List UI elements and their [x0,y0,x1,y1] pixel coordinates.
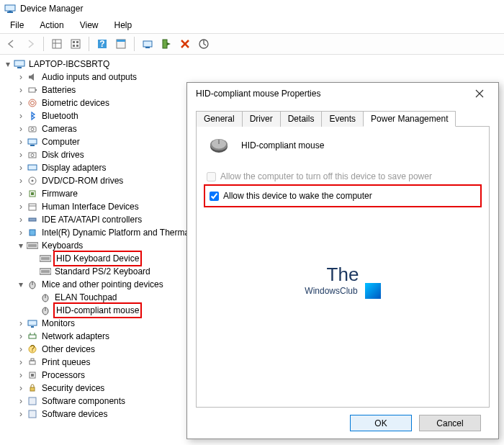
checkbox-label: Allow this device to wake the computer [223,191,372,201]
dialog-title: HID-compliant mouse Properties [196,89,320,99]
expand-icon[interactable]: › [16,317,26,330]
tree-label-highlighted[interactable]: HID Keyboard Device [53,251,142,266]
tree-label[interactable]: Software components [40,395,127,408]
keyboard-icon [26,240,39,251]
tree-label[interactable]: Standard PS/2 Keyboard [53,265,152,278]
toolbar-back-icon[interactable] [3,35,20,53]
toolbar-help-icon[interactable]: ? [94,35,111,53]
tree-label[interactable]: Print queues [40,356,91,369]
tree-label[interactable]: IDE ATA/ATAPI controllers [40,213,143,226]
toolbar-view-icon[interactable] [67,35,84,53]
dialog-title-bar[interactable]: HID-compliant mouse Properties [187,83,498,104]
collapse-icon[interactable]: ▾ [16,239,26,252]
tree-label[interactable]: Firmware [40,187,79,200]
tree-label[interactable]: Processors [40,369,86,382]
toolbar-forward-icon[interactable] [22,35,39,53]
expand-icon[interactable]: › [16,96,26,109]
expand-icon[interactable]: › [16,174,26,187]
tree-label[interactable]: Computer [40,135,81,148]
bluetooth-icon [26,110,39,122]
device-mouse-icon [207,137,231,154]
menu-action[interactable]: Action [32,19,71,32]
checkbox-input[interactable] [210,192,219,201]
tree-label[interactable]: Software devices [40,408,109,421]
svg-rect-56 [31,326,34,328]
tree-label[interactable]: Other devices [40,343,96,356]
tree-root[interactable]: ▾ LAPTOP-IBCSBRTQ [3,58,504,71]
checkbox-label: Allow the computer to turn off this devi… [220,171,432,181]
svg-rect-14 [117,40,125,42]
expand-icon[interactable]: › [16,187,26,200]
expand-icon[interactable]: › [16,330,26,343]
expand-icon[interactable]: › [16,369,26,382]
expand-icon[interactable]: ▾ [3,58,13,71]
expand-icon[interactable]: › [16,408,26,421]
ok-button[interactable]: OK [350,415,412,431]
dialog-buttons: OK Cancel [196,408,490,439]
software-icon [26,395,39,407]
collapse-icon[interactable]: ▾ [16,278,26,291]
device-manager-icon [4,3,16,14]
expand-icon[interactable]: › [16,71,26,84]
close-button[interactable] [467,85,492,102]
tab-events[interactable]: Events [321,111,364,127]
expand-icon[interactable]: › [16,343,26,356]
menu-help[interactable]: Help [107,19,140,32]
svg-rect-15 [143,41,152,47]
expand-icon[interactable]: › [16,122,26,135]
svg-rect-20 [17,67,22,68]
svg-rect-28 [30,145,35,146]
expand-icon[interactable]: › [16,135,26,148]
expand-icon[interactable]: › [16,213,26,226]
toolbar-uninstall-icon[interactable] [176,35,194,53]
tree-label[interactable]: DVD/CD-ROM drives [40,174,125,187]
tree-label[interactable]: Bluetooth [40,109,80,122]
toolbar-update-driver-icon[interactable] [139,35,156,53]
expand-icon[interactable]: › [16,161,26,174]
tree-label[interactable]: Human Interface Devices [40,200,140,213]
svg-rect-68 [29,410,36,418]
tree-label[interactable]: Network adapters [40,330,111,343]
tree-label[interactable]: Cameras [40,122,78,135]
tree-label[interactable]: Display adapters [40,161,107,174]
expand-icon[interactable]: › [16,84,26,96]
close-icon [475,89,484,98]
expand-icon[interactable]: › [16,395,26,408]
chip-icon [26,227,39,238]
tree-root-label[interactable]: LAPTOP-IBCSBRTQ [27,58,111,71]
tab-general[interactable]: General [196,111,243,127]
tab-driver[interactable]: Driver [242,111,281,127]
properties-dialog: HID-compliant mouse Properties General D… [186,82,499,439]
tree-label[interactable]: Batteries [40,84,77,96]
checkbox-wake-computer[interactable]: Allow this device to wake the computer [210,191,476,201]
menu-view[interactable]: View [73,19,106,32]
tree-label[interactable]: Security devices [40,382,106,395]
toolbar-scan-icon[interactable] [195,35,212,53]
svg-rect-67 [29,397,36,405]
cancel-button[interactable]: Cancel [419,415,481,431]
tree-label[interactable]: Monitors [40,317,76,330]
computer-icon [26,136,39,148]
tree-label[interactable]: Mice and other pointing devices [40,278,165,291]
toolbar-separator [89,37,89,51]
window-title-bar: Device Manager [0,0,504,17]
tab-power-management[interactable]: Power Management [363,111,456,127]
svg-rect-55 [28,320,37,325]
expand-icon[interactable]: › [16,148,26,161]
expand-icon[interactable]: › [16,109,26,122]
toolbar-enable-icon[interactable] [158,35,175,53]
expand-icon[interactable]: › [16,226,26,239]
tree-label[interactable]: Biometric devices [40,96,111,109]
tree-label[interactable]: Audio inputs and outputs [40,71,138,84]
svg-rect-57 [29,335,36,338]
expand-icon[interactable]: › [16,356,26,369]
tab-details[interactable]: Details [280,111,323,127]
svg-point-23 [29,99,36,107]
expand-icon[interactable]: › [16,382,26,395]
toolbar-properties-icon[interactable] [112,35,130,53]
tree-label[interactable]: Disk drives [40,148,86,161]
menu-file[interactable]: File [3,19,31,32]
toolbar-show-hidden-icon[interactable] [48,35,66,53]
tree-label-highlighted[interactable]: HID-compliant mouse [53,302,142,318]
expand-icon[interactable]: › [16,200,26,213]
